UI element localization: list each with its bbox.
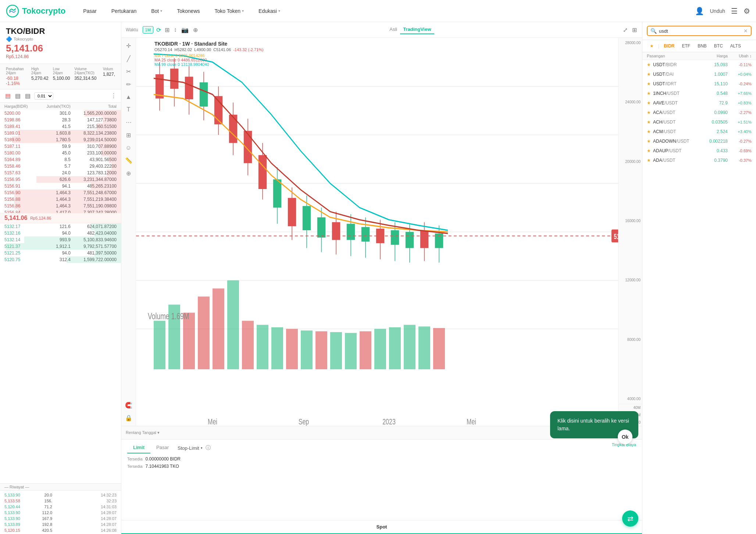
tab-pasar[interactable]: Pasar — [150, 442, 175, 453]
chart-camera-icon[interactable]: 📷 — [181, 26, 189, 34]
pair-star[interactable]: ★ — [647, 148, 651, 153]
tab-tradingview[interactable]: TradingView — [400, 25, 434, 34]
zoom-plus-tool[interactable]: ⊕ — [125, 168, 132, 178]
chart-expand-icon[interactable]: ⤢ — [622, 26, 628, 34]
swap-fab-button[interactable]: ⇄ — [622, 510, 638, 527]
tab-alts[interactable]: ALTS — [727, 42, 744, 50]
nodes-tool[interactable]: ⋯ — [124, 117, 133, 127]
rentang-tanggal[interactable]: Rentang Tanggal ▾ — [126, 430, 160, 435]
ob-sell-icon[interactable]: ▤ — [14, 92, 21, 100]
nav-bot[interactable]: Bot ▾ — [148, 7, 165, 15]
tab-favorites[interactable]: ★ — [647, 42, 657, 50]
table-row[interactable]: 5187.1159.9310,707.88900 — [0, 143, 121, 150]
unduh-button[interactable]: Unduh — [710, 8, 725, 14]
tab-etf[interactable]: ETF — [679, 42, 693, 50]
nav-toko-token[interactable]: Toko Token ▾ — [212, 7, 247, 15]
tab-btc[interactable]: BTC — [711, 42, 726, 50]
table-row[interactable]: 5156.841,417.07,307,242.28000 — [0, 209, 121, 213]
pair-row-usdt-idrt[interactable]: ★ USDT/IDRT 15,110 -0.24% — [642, 79, 756, 89]
logo[interactable]: Tokocrypto — [6, 4, 65, 18]
table-row[interactable]: 5189.001,780.59,239,014.50000 — [0, 136, 121, 143]
settings-icon[interactable]: ⚙ — [743, 7, 750, 15]
ob-both-icon[interactable]: ▤ — [4, 92, 11, 100]
pair-row-ada-usdt[interactable]: ★ ADA/USDT 0.3790 -0.37% — [642, 156, 756, 165]
pair-row-adaup-usdt[interactable]: ★ ADAUP/USDT 0.433 -0.69% — [642, 146, 756, 156]
nav-pertukaran[interactable]: Pertukaran — [108, 7, 139, 15]
table-row[interactable]: 5157.6324.0123,783.12000 — [0, 170, 121, 176]
timeframe-1m[interactable]: 1M — [143, 26, 153, 33]
pair-row-aave-usdt[interactable]: ★ AAVE/USDT 72.9 +0.83% — [642, 98, 756, 108]
table-row[interactable]: 5121.2594.0481,397.50000 — [0, 250, 121, 256]
table-row[interactable]: 5132.17121.6624,071.87200 — [0, 223, 121, 230]
tab-stop-limit[interactable]: Stop-Limit ▾ ⓘ — [175, 442, 214, 453]
tab-limit[interactable]: Limit — [127, 442, 150, 453]
pair-star[interactable]: ★ — [647, 158, 651, 163]
svg-rect-33 — [185, 77, 193, 100]
up-icon[interactable]: ▲ — [124, 92, 133, 102]
table-row[interactable]: 5156.881,464.37,551,219.38400 — [0, 196, 121, 203]
pair-star[interactable]: ★ — [647, 62, 651, 67]
search-clear-icon[interactable]: ✕ — [743, 28, 748, 34]
ob-menu-icon[interactable]: ⋮ — [111, 92, 117, 99]
layout-tool[interactable]: ⊞ — [125, 130, 132, 140]
spot-tab[interactable]: Spot — [121, 520, 642, 534]
pair-star[interactable]: ★ — [647, 120, 651, 125]
table-row[interactable]: 5198.8628.3147,127.73800 — [0, 117, 121, 123]
table-row[interactable]: 5132.14993.95,100,833.94600 — [0, 236, 121, 243]
pair-row-usdt-bidr[interactable]: ★ USDT/BIDR 15,093 -0.11% — [642, 60, 756, 70]
user-icon[interactable]: 👤 — [695, 7, 704, 15]
pair-row-ach-usdt[interactable]: ★ ACH/USDT 0.03505 +1.51% — [642, 117, 756, 127]
tab-asli[interactable]: Asli — [386, 25, 400, 34]
scissors-tool[interactable]: ✂ — [125, 67, 132, 76]
table-row[interactable]: 5180.0045.0233,100.00000 — [0, 150, 121, 156]
pencil-tool[interactable]: ✏ — [125, 79, 132, 89]
pair-star[interactable]: ★ — [647, 81, 651, 86]
crosshair-tool[interactable]: ✛ — [125, 41, 132, 51]
info-icon[interactable]: ⓘ — [206, 445, 211, 451]
text-tool[interactable]: T — [125, 105, 132, 114]
table-row[interactable]: 5132.1694.0482,423.04000 — [0, 230, 121, 236]
nav-pasar[interactable]: Pasar — [80, 7, 100, 15]
table-row[interactable]: 5156.901,464.37,551,248.67000 — [0, 189, 121, 196]
pair-row-1inch-usdt[interactable]: ★ 1INCH/USDT 0.548 +7.66% — [642, 89, 756, 98]
chart-add-icon[interactable]: ⊕ — [192, 26, 199, 34]
table-row[interactable]: 5156.9194.1485,265.23100 — [0, 183, 121, 189]
timeframe-icon[interactable]: ⟳ — [156, 26, 161, 33]
menu-icon[interactable]: ☰ — [731, 7, 738, 15]
magnet-tool[interactable]: 🧲 — [124, 400, 134, 410]
ob-buy-icon[interactable]: ▤ — [24, 92, 31, 100]
tab-bidr[interactable]: BIDR — [661, 42, 677, 50]
tooltip-ok-button[interactable]: Ok — [618, 430, 632, 444]
chart-candlestick-icon[interactable]: ⊞ — [164, 26, 170, 34]
table-row[interactable]: 5120.75312.41,599,722.00000 — [0, 256, 121, 263]
table-row[interactable]: 5121.371,912.19,792,571.57700 — [0, 243, 121, 250]
lock-tool[interactable]: 🔒 — [124, 413, 134, 423]
chart-grid-icon[interactable]: ⊞ — [631, 26, 638, 34]
table-row[interactable]: 5156.861,464.37,551,190.09800 — [0, 203, 121, 209]
chart-indicator-icon[interactable]: ↕ — [173, 26, 178, 34]
ob-size-select[interactable]: 0.01 — [34, 92, 53, 100]
tab-bnb[interactable]: BNB — [695, 42, 710, 50]
pair-star[interactable]: ★ — [647, 72, 651, 77]
search-input[interactable] — [659, 28, 743, 34]
table-row[interactable]: 5156.95626.63,231,344.87000 — [0, 176, 121, 183]
pair-star[interactable]: ★ — [647, 129, 651, 134]
ruler-tool[interactable]: 📏 — [124, 156, 134, 165]
pair-star[interactable]: ★ — [647, 139, 651, 144]
table-row[interactable]: 5200.00301.01,565,200.00000 — [0, 110, 121, 117]
pair-row-acm-usdt[interactable]: ★ ACM/USDT 2.524 +3.40% — [642, 127, 756, 136]
pair-star[interactable]: ★ — [647, 91, 651, 96]
table-row[interactable]: 5189.011,603.88,322,134.23800 — [0, 130, 121, 136]
table-row[interactable]: 5189.4141.5215,360.51500 — [0, 123, 121, 130]
pair-row-aca-usdt[interactable]: ★ ACA/USDT 0.0990 -2.27% — [642, 108, 756, 117]
table-row[interactable]: 5164.898.543,901.56500 — [0, 156, 121, 163]
pair-star[interactable]: ★ — [647, 100, 651, 106]
pair-row-usdt-dai[interactable]: ★ USDT/DAI 1.0007 +0.04% — [642, 70, 756, 79]
nav-tokonews[interactable]: Tokonews — [174, 7, 203, 15]
table-row[interactable]: 5158.465.729,403.22200 — [0, 163, 121, 170]
nav-edukasi[interactable]: Edukasi ▾ — [256, 7, 283, 15]
emoji-tool[interactable]: ☺ — [124, 143, 133, 153]
pair-row-adadown-usdt[interactable]: ★ ADADOWN/USDT 0.002218 -0.27% — [642, 136, 756, 146]
pair-star[interactable]: ★ — [647, 110, 651, 115]
trendline-tool[interactable]: ╱ — [125, 54, 132, 64]
